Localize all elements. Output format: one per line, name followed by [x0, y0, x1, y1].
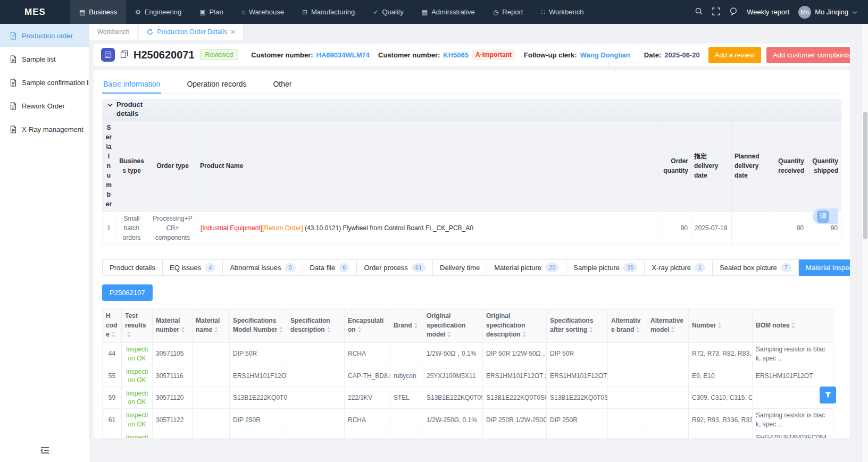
- column-header[interactable]: Alternative brand: [608, 308, 647, 343]
- record-tab-sealed-box-picture[interactable]: Sealed box picture7: [713, 259, 799, 276]
- sort-icon[interactable]: [447, 331, 451, 338]
- cell-specified_delivery_date: 2025-07-19: [691, 211, 732, 245]
- record-tab-product-details[interactable]: Product details: [102, 259, 163, 276]
- column-header[interactable]: BOM notes: [753, 308, 833, 343]
- sidebar-item-x-ray-management[interactable]: X-Ray management: [0, 117, 89, 141]
- truncated-button[interactable]: [608, 62, 622, 66]
- sidebar-item-rework-order[interactable]: Rework Order: [0, 94, 89, 117]
- record-tab-label: Abnormal issues: [230, 264, 281, 272]
- collapse-menu-icon[interactable]: [40, 447, 49, 456]
- sidebar-item-sample-confirmation-list[interactable]: Sample confirmation list: [0, 71, 89, 94]
- table-row[interactable]: 1Small batch ordersProcessing+PCB+ compo…: [103, 211, 841, 245]
- cell: C309, C310, C315, C319: [689, 387, 753, 409]
- record-tab-x-ray-picture[interactable]: X-ray picture1: [645, 259, 713, 276]
- count-badge: 4: [205, 263, 215, 272]
- column-header[interactable]: Specifications after sorting: [547, 308, 608, 343]
- record-tab-order-process[interactable]: Order process61: [357, 259, 433, 276]
- column-header[interactable]: Specifications Model Number: [230, 308, 287, 343]
- column-header[interactable]: Test results: [122, 308, 153, 343]
- sort-icon[interactable]: [357, 326, 362, 333]
- column-header[interactable]: Alternative model: [647, 308, 689, 343]
- field-value[interactable]: Wang Donglian: [580, 51, 630, 59]
- field-value[interactable]: HA69034WLM74: [316, 51, 370, 59]
- cell: 16YXJ470M8X11.5: [423, 431, 483, 438]
- topnav-item-business[interactable]: ▤Business: [70, 0, 126, 24]
- search-icon[interactable]: [695, 7, 703, 17]
- record-tab-material-picture[interactable]: Material picture20: [487, 259, 566, 276]
- sidebar-footer: [0, 440, 89, 462]
- record-tab-data-file[interactable]: Data file6: [303, 259, 357, 276]
- add-customer-complaints-button[interactable]: Add customer complaints: [766, 47, 850, 63]
- refresh-icon[interactable]: [147, 29, 153, 35]
- sort-icon[interactable]: [111, 331, 115, 338]
- sort-icon[interactable]: [791, 322, 795, 329]
- table-row[interactable]: 55Inspection OK30571116ERS1HM101F12OTCAP…: [103, 365, 833, 387]
- fullscreen-icon[interactable]: [712, 7, 720, 17]
- sort-icon[interactable]: [671, 326, 675, 333]
- column-header[interactable]: Material number: [153, 308, 193, 343]
- column-header[interactable]: Number: [689, 308, 753, 343]
- sort-icon[interactable]: [127, 331, 131, 338]
- topnav-item-administrative[interactable]: ▦Administrative: [413, 0, 484, 24]
- message-icon[interactable]: [729, 7, 738, 17]
- table-row[interactable]: 59Inspection OK30571120S13B1E222KQ0T0S0N…: [103, 387, 833, 409]
- sidebar-item-sample-list[interactable]: Sample list: [0, 47, 89, 71]
- truncated-button[interactable]: [624, 62, 638, 66]
- sort-icon[interactable]: [589, 326, 593, 333]
- window-scrollbar[interactable]: [862, 24, 868, 462]
- weekly-report-link[interactable]: Weekly report: [747, 8, 789, 16]
- topnav-item-quality[interactable]: ✓Quality: [364, 0, 413, 24]
- sort-icon[interactable]: [327, 326, 331, 333]
- topnav-item-workbench[interactable]: ∷Workbench: [532, 0, 592, 24]
- sort-icon[interactable]: [717, 322, 722, 329]
- topnav-item-warehouse[interactable]: ⌂Warehouse: [232, 0, 293, 24]
- table-row[interactable]: 44Inspection OK30571105DIP 50RRCHA1/2W-5…: [103, 343, 833, 365]
- chevron-down-icon: [852, 9, 857, 16]
- table-row[interactable]: 66Inspection OK30571127SHG470UF16V03EC05…: [103, 431, 833, 438]
- column-header: Order quantity: [658, 120, 691, 211]
- column-header[interactable]: Original specification description: [483, 308, 547, 343]
- sort-icon[interactable]: [522, 331, 527, 338]
- table-row[interactable]: 61Inspection OK30571122DIP 250RRCHA1/2W-…: [103, 409, 833, 431]
- translate-button[interactable]: 译: [813, 208, 838, 224]
- topnav-item-engineering[interactable]: ⚙Engineering: [126, 0, 190, 24]
- record-tab-abnormal-issues[interactable]: Abnormal issues0: [223, 259, 303, 276]
- column-header[interactable]: Encapsulation: [345, 308, 390, 343]
- record-tab-sample-picture[interactable]: Sample picture35: [566, 259, 645, 276]
- copy-icon[interactable]: [120, 50, 128, 60]
- sort-icon[interactable]: [414, 322, 418, 329]
- sort-icon[interactable]: [181, 326, 185, 333]
- tab-workbench[interactable]: Workbench: [89, 24, 137, 40]
- tab-basic-information[interactable]: Basic information: [102, 75, 161, 93]
- close-icon[interactable]: [231, 29, 235, 35]
- sort-icon[interactable]: [636, 326, 640, 333]
- column-header[interactable]: Brand: [390, 308, 423, 343]
- topnav-right: Weekly report Mo Mo Jinqing: [695, 0, 868, 24]
- user-menu[interactable]: Mo Mo Jinqing: [798, 6, 857, 19]
- sort-icon[interactable]: [214, 326, 218, 333]
- column-header[interactable]: Original specification model: [423, 308, 483, 343]
- record-tab-material-inspection-record[interactable]: Material Inspection Record135: [799, 259, 850, 276]
- cell: 1/2W-50Ω，0.1%: [423, 343, 483, 365]
- cell: rubycon: [390, 431, 423, 438]
- topnav-item-plan[interactable]: ▣Plan: [190, 0, 232, 24]
- scrollbar-thumb[interactable]: [863, 112, 867, 239]
- tab-operation-records[interactable]: Operation records: [186, 75, 247, 93]
- tab-production-order-details[interactable]: Production Order Details: [139, 24, 243, 40]
- column-header[interactable]: Specification description: [287, 308, 345, 343]
- topnav-item-report[interactable]: ◷Report: [484, 0, 532, 24]
- sidebar-item-production-order[interactable]: Production order: [0, 24, 89, 47]
- column-header[interactable]: Material name: [193, 308, 230, 343]
- record-tab-eq-issues[interactable]: EQ issues4: [163, 259, 223, 276]
- tab-other[interactable]: Other: [272, 75, 293, 93]
- field-value[interactable]: KH5065: [443, 51, 469, 59]
- column-header[interactable]: H code: [103, 308, 122, 343]
- record-tab-delivery-time[interactable]: Delivery time: [433, 259, 487, 276]
- filter-button[interactable]: [820, 387, 836, 404]
- cell: ERS1HM101F12OT: [230, 365, 287, 387]
- product-details-section-header[interactable]: Product details: [102, 99, 841, 120]
- add-a-review-button[interactable]: Add a review: [708, 47, 761, 63]
- topnav-item-manufacturing[interactable]: ⊡Manufacturing: [293, 0, 364, 24]
- sort-icon[interactable]: [279, 326, 283, 333]
- batch-number-button[interactable]: P25062107: [102, 284, 153, 301]
